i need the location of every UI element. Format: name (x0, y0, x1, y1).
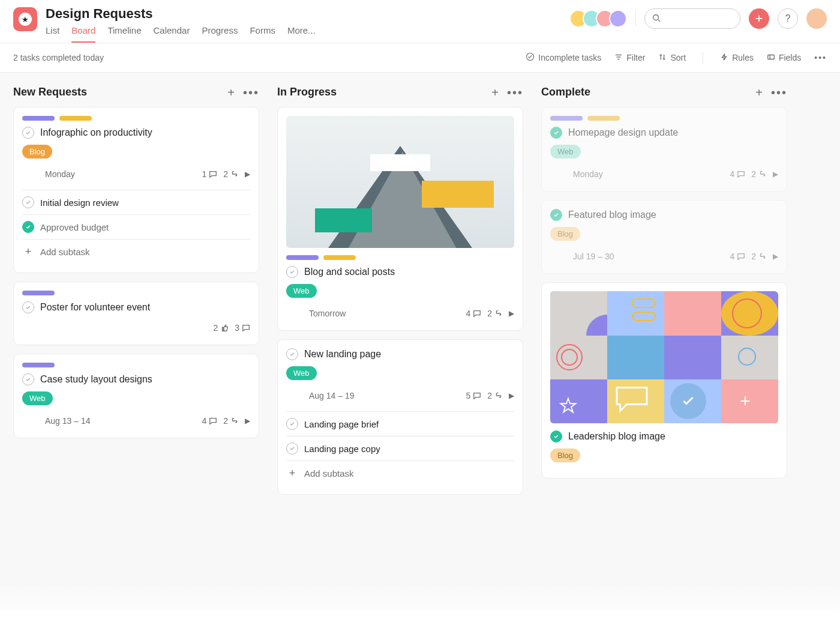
task-card[interactable]: Case study layout designs Web Aug 13 – 1… (13, 354, 259, 438)
chevron-right-icon[interactable]: ▶ (773, 170, 778, 178)
subtask-row[interactable]: Initial design review (22, 190, 250, 215)
complete-checkbox[interactable] (22, 196, 34, 208)
assignee-avatar[interactable] (22, 166, 39, 183)
tag-blog[interactable]: Blog (550, 448, 580, 462)
member-avatars[interactable] (574, 10, 627, 28)
task-card[interactable]: New landing page Web Aug 14 – 19 5 2 ▶ L… (277, 339, 523, 495)
plus-icon: + (227, 86, 235, 99)
comment-count[interactable]: 5 (466, 391, 481, 400)
add-task-button[interactable]: + (755, 86, 763, 98)
column-menu-button[interactable]: ••• (507, 86, 523, 98)
rules-button[interactable]: Rules (720, 53, 754, 63)
tab-progress[interactable]: Progress (202, 25, 238, 43)
help-button[interactable]: ? (778, 8, 798, 29)
chevron-right-icon[interactable]: ▶ (509, 309, 514, 318)
subtask-row[interactable]: Landing page copy (286, 436, 514, 461)
comment-count[interactable]: 4 (202, 416, 217, 426)
task-card[interactable]: Poster for volunteer event 2 3 (13, 282, 259, 345)
add-task-button[interactable]: + (491, 86, 499, 98)
subtask-count[interactable]: 2 (223, 169, 239, 179)
tag-web[interactable]: Web (286, 284, 317, 298)
question-icon: ? (785, 13, 791, 24)
sort-button[interactable]: Sort (658, 53, 686, 63)
tag-web[interactable]: Web (550, 145, 581, 159)
subtask-count[interactable]: 2 (751, 169, 767, 179)
column-title[interactable]: New Requests (13, 86, 227, 98)
subtask-count[interactable]: 2 (487, 309, 503, 318)
add-task-button[interactable]: + (227, 86, 235, 98)
comment-count[interactable]: 4 (730, 169, 745, 179)
check-icon (681, 394, 695, 408)
chevron-right-icon[interactable]: ▶ (773, 252, 778, 261)
like-count[interactable]: 2 (213, 323, 229, 333)
add-subtask-button[interactable]: + Add subtask (22, 240, 250, 264)
complete-checkbox[interactable] (550, 209, 562, 221)
task-card[interactable]: Infographic on productivity Blog Monday … (13, 107, 259, 273)
more-button[interactable]: ••• (814, 53, 827, 62)
complete-checkbox[interactable] (286, 442, 298, 454)
tag-blog[interactable]: Blog (550, 227, 580, 241)
add-button[interactable]: + (749, 8, 769, 29)
comment-count[interactable]: 1 (202, 169, 217, 179)
complete-checkbox[interactable] (286, 418, 298, 430)
tab-calendar[interactable]: Calendar (154, 25, 190, 43)
profile-avatar[interactable] (806, 8, 827, 29)
incomplete-filter[interactable]: Incomplete tasks (526, 52, 601, 63)
complete-checkbox[interactable] (22, 301, 34, 313)
comment-count[interactable]: 4 (466, 309, 481, 318)
tag-web[interactable]: Web (22, 391, 53, 405)
assignee-avatar[interactable] (22, 319, 39, 336)
add-subtask-button[interactable]: + Add subtask (286, 461, 514, 486)
chevron-right-icon[interactable]: ▶ (245, 417, 250, 425)
subtask-row[interactable]: Approved budget (22, 215, 250, 240)
priority-pill (550, 116, 583, 121)
task-card[interactable]: + Leadership blog image Blog (541, 282, 787, 479)
tab-board[interactable]: Board (71, 25, 95, 43)
plus-icon: + (755, 86, 763, 99)
task-title: Featured blog image (568, 210, 656, 220)
chevron-right-icon[interactable]: ▶ (245, 170, 250, 178)
comment-count[interactable]: 4 (730, 252, 745, 261)
cover-image (286, 116, 514, 248)
subtask-count[interactable]: 2 (487, 391, 503, 400)
complete-checkbox[interactable] (286, 266, 298, 278)
complete-checkbox[interactable] (22, 221, 34, 233)
filter-button[interactable]: Filter (614, 53, 645, 63)
task-card[interactable]: Blog and social posts Web Tomorrow 4 2 ▶ (277, 107, 523, 331)
tag-blog[interactable]: Blog (22, 145, 52, 159)
column-title[interactable]: In Progress (277, 86, 491, 98)
subtask-count[interactable]: 2 (223, 416, 239, 426)
assignee-avatar[interactable] (550, 166, 567, 183)
complete-checkbox[interactable] (22, 127, 34, 139)
complete-checkbox[interactable] (22, 373, 34, 385)
tag-web[interactable]: Web (286, 366, 317, 380)
assignee-avatar[interactable] (550, 248, 567, 265)
search-input[interactable] (644, 8, 740, 29)
column-in-progress: In Progress + ••• Blog and social posts … (277, 86, 523, 600)
subtask-icon (230, 170, 239, 178)
column-menu-button[interactable]: ••• (243, 86, 259, 98)
tab-more[interactable]: More... (287, 25, 316, 43)
project-icon[interactable]: ★ (13, 7, 37, 31)
comment-count[interactable]: 3 (235, 323, 250, 333)
complete-checkbox[interactable] (286, 348, 298, 360)
tab-forms[interactable]: Forms (250, 25, 275, 43)
assignee-avatar[interactable] (22, 412, 39, 429)
assignee-avatar[interactable] (286, 305, 303, 322)
subtask-label: Initial design review (40, 198, 119, 208)
task-title: Case study layout designs (40, 374, 152, 385)
subtask-row[interactable]: Landing page brief (286, 412, 514, 436)
column-title[interactable]: Complete (541, 86, 755, 98)
assignee-avatar[interactable] (286, 387, 303, 404)
tab-timeline[interactable]: Timeline (107, 25, 141, 43)
complete-checkbox[interactable] (550, 127, 562, 139)
tab-list[interactable]: List (46, 25, 59, 43)
task-card[interactable]: Featured blog image Blog Jul 19 – 30 4 2… (541, 200, 787, 274)
column-menu-button[interactable]: ••• (771, 86, 787, 98)
subtask-count[interactable]: 2 (751, 252, 767, 261)
svg-rect-6 (768, 55, 775, 59)
complete-checkbox[interactable] (550, 430, 562, 442)
chevron-right-icon[interactable]: ▶ (509, 391, 514, 400)
task-card[interactable]: Homepage design update Web Monday 4 2 ▶ (541, 107, 787, 192)
fields-button[interactable]: Fields (767, 53, 801, 63)
